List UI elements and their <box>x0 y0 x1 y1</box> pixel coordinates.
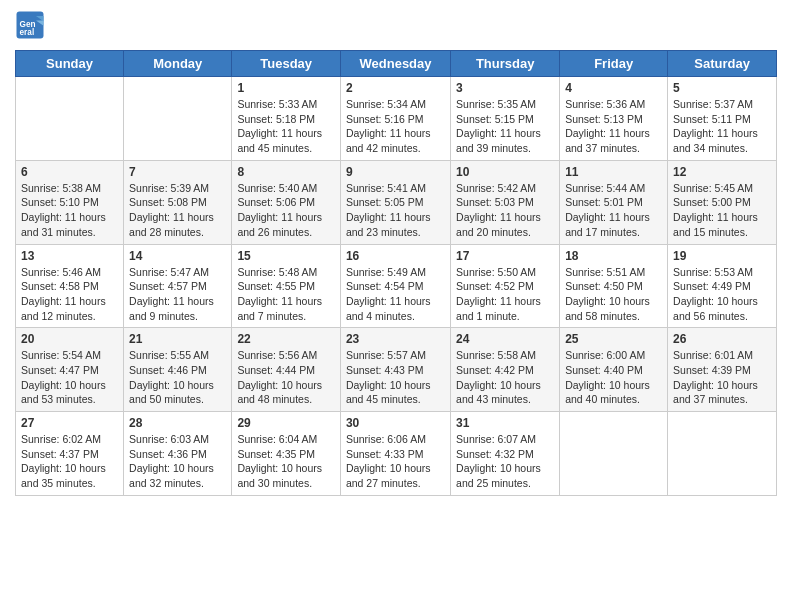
day-info: Sunrise: 5:53 AM Sunset: 4:49 PM Dayligh… <box>673 265 771 324</box>
day-info: Sunrise: 5:57 AM Sunset: 4:43 PM Dayligh… <box>346 348 445 407</box>
day-number: 19 <box>673 249 771 263</box>
logo: Gen eral <box>15 10 49 40</box>
calendar-cell: 25Sunrise: 6:00 AM Sunset: 4:40 PM Dayli… <box>560 328 668 412</box>
day-info: Sunrise: 5:46 AM Sunset: 4:58 PM Dayligh… <box>21 265 118 324</box>
day-info: Sunrise: 5:33 AM Sunset: 5:18 PM Dayligh… <box>237 97 335 156</box>
calendar-cell: 16Sunrise: 5:49 AM Sunset: 4:54 PM Dayli… <box>340 244 450 328</box>
header: Gen eral <box>15 10 777 40</box>
weekday-header-sunday: Sunday <box>16 51 124 77</box>
day-number: 29 <box>237 416 335 430</box>
day-number: 2 <box>346 81 445 95</box>
calendar-week-5: 27Sunrise: 6:02 AM Sunset: 4:37 PM Dayli… <box>16 412 777 496</box>
day-number: 7 <box>129 165 226 179</box>
calendar-cell <box>124 77 232 161</box>
day-info: Sunrise: 5:41 AM Sunset: 5:05 PM Dayligh… <box>346 181 445 240</box>
day-info: Sunrise: 5:44 AM Sunset: 5:01 PM Dayligh… <box>565 181 662 240</box>
day-number: 26 <box>673 332 771 346</box>
weekday-header-saturday: Saturday <box>668 51 777 77</box>
calendar-cell: 2Sunrise: 5:34 AM Sunset: 5:16 PM Daylig… <box>340 77 450 161</box>
day-number: 24 <box>456 332 554 346</box>
calendar-cell: 17Sunrise: 5:50 AM Sunset: 4:52 PM Dayli… <box>451 244 560 328</box>
day-number: 20 <box>21 332 118 346</box>
calendar-cell <box>560 412 668 496</box>
svg-text:eral: eral <box>20 28 35 37</box>
calendar-cell: 8Sunrise: 5:40 AM Sunset: 5:06 PM Daylig… <box>232 160 341 244</box>
weekday-header-wednesday: Wednesday <box>340 51 450 77</box>
day-number: 16 <box>346 249 445 263</box>
day-info: Sunrise: 6:02 AM Sunset: 4:37 PM Dayligh… <box>21 432 118 491</box>
day-number: 18 <box>565 249 662 263</box>
day-info: Sunrise: 5:56 AM Sunset: 4:44 PM Dayligh… <box>237 348 335 407</box>
calendar-cell: 24Sunrise: 5:58 AM Sunset: 4:42 PM Dayli… <box>451 328 560 412</box>
calendar-cell: 23Sunrise: 5:57 AM Sunset: 4:43 PM Dayli… <box>340 328 450 412</box>
calendar-cell: 14Sunrise: 5:47 AM Sunset: 4:57 PM Dayli… <box>124 244 232 328</box>
calendar-cell: 1Sunrise: 5:33 AM Sunset: 5:18 PM Daylig… <box>232 77 341 161</box>
day-number: 11 <box>565 165 662 179</box>
day-number: 21 <box>129 332 226 346</box>
day-info: Sunrise: 6:03 AM Sunset: 4:36 PM Dayligh… <box>129 432 226 491</box>
day-number: 3 <box>456 81 554 95</box>
calendar-cell: 21Sunrise: 5:55 AM Sunset: 4:46 PM Dayli… <box>124 328 232 412</box>
calendar-cell: 6Sunrise: 5:38 AM Sunset: 5:10 PM Daylig… <box>16 160 124 244</box>
calendar-page: Gen eral SundayMondayTuesdayWednesdayThu… <box>0 0 792 506</box>
weekday-header-monday: Monday <box>124 51 232 77</box>
weekday-header-thursday: Thursday <box>451 51 560 77</box>
calendar-cell: 19Sunrise: 5:53 AM Sunset: 4:49 PM Dayli… <box>668 244 777 328</box>
calendar-cell: 28Sunrise: 6:03 AM Sunset: 4:36 PM Dayli… <box>124 412 232 496</box>
calendar-cell: 10Sunrise: 5:42 AM Sunset: 5:03 PM Dayli… <box>451 160 560 244</box>
calendar-cell <box>668 412 777 496</box>
logo-icon: Gen eral <box>15 10 45 40</box>
calendar-cell: 30Sunrise: 6:06 AM Sunset: 4:33 PM Dayli… <box>340 412 450 496</box>
day-number: 23 <box>346 332 445 346</box>
day-info: Sunrise: 6:07 AM Sunset: 4:32 PM Dayligh… <box>456 432 554 491</box>
weekday-header-friday: Friday <box>560 51 668 77</box>
calendar-cell: 9Sunrise: 5:41 AM Sunset: 5:05 PM Daylig… <box>340 160 450 244</box>
day-number: 5 <box>673 81 771 95</box>
calendar-cell: 5Sunrise: 5:37 AM Sunset: 5:11 PM Daylig… <box>668 77 777 161</box>
day-info: Sunrise: 6:06 AM Sunset: 4:33 PM Dayligh… <box>346 432 445 491</box>
day-info: Sunrise: 6:01 AM Sunset: 4:39 PM Dayligh… <box>673 348 771 407</box>
day-info: Sunrise: 5:38 AM Sunset: 5:10 PM Dayligh… <box>21 181 118 240</box>
day-info: Sunrise: 5:45 AM Sunset: 5:00 PM Dayligh… <box>673 181 771 240</box>
calendar-cell: 12Sunrise: 5:45 AM Sunset: 5:00 PM Dayli… <box>668 160 777 244</box>
day-info: Sunrise: 5:34 AM Sunset: 5:16 PM Dayligh… <box>346 97 445 156</box>
calendar-cell: 27Sunrise: 6:02 AM Sunset: 4:37 PM Dayli… <box>16 412 124 496</box>
day-info: Sunrise: 5:54 AM Sunset: 4:47 PM Dayligh… <box>21 348 118 407</box>
day-info: Sunrise: 5:37 AM Sunset: 5:11 PM Dayligh… <box>673 97 771 156</box>
day-number: 1 <box>237 81 335 95</box>
calendar-cell: 31Sunrise: 6:07 AM Sunset: 4:32 PM Dayli… <box>451 412 560 496</box>
day-info: Sunrise: 5:39 AM Sunset: 5:08 PM Dayligh… <box>129 181 226 240</box>
day-info: Sunrise: 5:42 AM Sunset: 5:03 PM Dayligh… <box>456 181 554 240</box>
day-info: Sunrise: 5:49 AM Sunset: 4:54 PM Dayligh… <box>346 265 445 324</box>
calendar-body: 1Sunrise: 5:33 AM Sunset: 5:18 PM Daylig… <box>16 77 777 496</box>
calendar-cell: 22Sunrise: 5:56 AM Sunset: 4:44 PM Dayli… <box>232 328 341 412</box>
day-number: 22 <box>237 332 335 346</box>
calendar-cell: 11Sunrise: 5:44 AM Sunset: 5:01 PM Dayli… <box>560 160 668 244</box>
calendar-cell <box>16 77 124 161</box>
calendar-cell: 26Sunrise: 6:01 AM Sunset: 4:39 PM Dayli… <box>668 328 777 412</box>
weekday-header-tuesday: Tuesday <box>232 51 341 77</box>
day-number: 17 <box>456 249 554 263</box>
calendar-week-3: 13Sunrise: 5:46 AM Sunset: 4:58 PM Dayli… <box>16 244 777 328</box>
day-number: 12 <box>673 165 771 179</box>
day-number: 10 <box>456 165 554 179</box>
day-number: 14 <box>129 249 226 263</box>
calendar-cell: 13Sunrise: 5:46 AM Sunset: 4:58 PM Dayli… <box>16 244 124 328</box>
day-info: Sunrise: 5:51 AM Sunset: 4:50 PM Dayligh… <box>565 265 662 324</box>
calendar-cell: 29Sunrise: 6:04 AM Sunset: 4:35 PM Dayli… <box>232 412 341 496</box>
day-info: Sunrise: 6:04 AM Sunset: 4:35 PM Dayligh… <box>237 432 335 491</box>
calendar-week-2: 6Sunrise: 5:38 AM Sunset: 5:10 PM Daylig… <box>16 160 777 244</box>
calendar-header: SundayMondayTuesdayWednesdayThursdayFrid… <box>16 51 777 77</box>
day-info: Sunrise: 5:47 AM Sunset: 4:57 PM Dayligh… <box>129 265 226 324</box>
calendar-cell: 7Sunrise: 5:39 AM Sunset: 5:08 PM Daylig… <box>124 160 232 244</box>
weekday-header-row: SundayMondayTuesdayWednesdayThursdayFrid… <box>16 51 777 77</box>
day-number: 31 <box>456 416 554 430</box>
calendar-week-1: 1Sunrise: 5:33 AM Sunset: 5:18 PM Daylig… <box>16 77 777 161</box>
day-info: Sunrise: 5:40 AM Sunset: 5:06 PM Dayligh… <box>237 181 335 240</box>
calendar-cell: 15Sunrise: 5:48 AM Sunset: 4:55 PM Dayli… <box>232 244 341 328</box>
day-number: 27 <box>21 416 118 430</box>
day-info: Sunrise: 5:55 AM Sunset: 4:46 PM Dayligh… <box>129 348 226 407</box>
calendar-cell: 20Sunrise: 5:54 AM Sunset: 4:47 PM Dayli… <box>16 328 124 412</box>
day-number: 25 <box>565 332 662 346</box>
day-info: Sunrise: 5:48 AM Sunset: 4:55 PM Dayligh… <box>237 265 335 324</box>
